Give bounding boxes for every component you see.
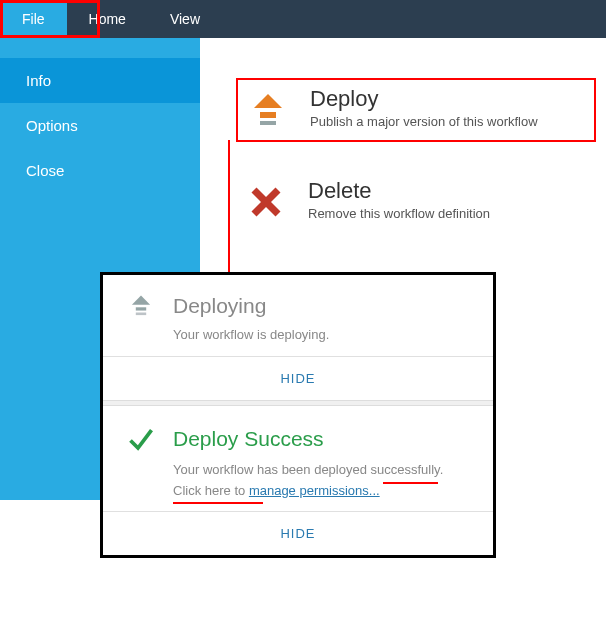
success-panel: Deploy Success Your workflow has been de… [103, 406, 493, 512]
svg-rect-1 [260, 112, 276, 118]
tab-view[interactable]: View [148, 0, 222, 38]
deploying-hide-button[interactable]: HIDE [103, 356, 493, 400]
annotation-underline-1 [383, 482, 438, 484]
sidebar-item-info[interactable]: Info [0, 58, 200, 103]
deploying-title: Deploying [173, 294, 266, 318]
action-deploy[interactable]: Deploy Publish a major version of this w… [236, 78, 596, 142]
delete-subtitle: Remove this workflow definition [308, 206, 490, 221]
success-title: Deploy Success [173, 427, 324, 451]
svg-rect-6 [136, 307, 146, 310]
deploying-body: Your workflow is deploying. [173, 325, 473, 346]
annotation-arrow [228, 140, 230, 280]
deploying-icon [123, 293, 159, 319]
status-dialog: Deploying Your workflow is deploying. HI… [100, 272, 496, 558]
top-menu-bar: File Home View [0, 0, 606, 38]
deploy-subtitle: Publish a major version of this workflow [310, 114, 538, 129]
success-icon [123, 424, 159, 454]
svg-rect-7 [136, 313, 146, 316]
delete-title: Delete [308, 178, 490, 204]
svg-marker-5 [132, 296, 150, 305]
svg-marker-0 [254, 94, 282, 108]
action-delete[interactable]: Delete Remove this workflow definition [236, 172, 606, 232]
deploy-title: Deploy [310, 86, 538, 112]
success-hide-button[interactable]: HIDE [103, 511, 493, 555]
sidebar-item-options[interactable]: Options [0, 103, 200, 148]
svg-rect-2 [260, 121, 276, 125]
deploying-panel: Deploying Your workflow is deploying. [103, 275, 493, 356]
deploy-icon [244, 86, 292, 134]
tab-file[interactable]: File [0, 0, 67, 38]
main-content: Deploy Publish a major version of this w… [200, 38, 606, 262]
delete-icon [242, 178, 290, 226]
manage-permissions-link[interactable]: manage permissions... [249, 483, 380, 498]
tab-home[interactable]: Home [67, 0, 148, 38]
success-body: Your workflow has been deployed successf… [173, 460, 473, 502]
annotation-underline-2 [173, 502, 263, 504]
sidebar-item-close[interactable]: Close [0, 148, 200, 193]
